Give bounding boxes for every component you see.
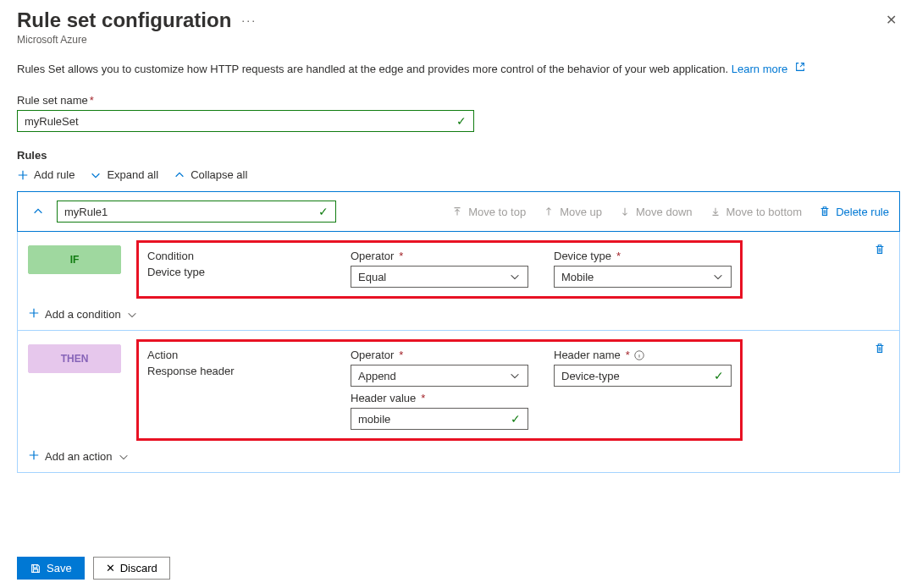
checkmark-icon: ✓ — [456, 114, 467, 128]
delete-rule-button[interactable]: Delete rule — [819, 206, 889, 218]
collapse-rule-icon[interactable] — [28, 206, 48, 217]
description: Rules Set allows you to customize how HT… — [17, 61, 900, 75]
add-condition-button[interactable]: Add a condition — [28, 307, 889, 321]
expand-all-button[interactable]: Expand all — [90, 168, 158, 181]
then-block: THEN Action Response header Operator* Ap… — [17, 331, 900, 473]
condition-label: Condition — [147, 250, 325, 262]
then-operator-dropdown[interactable]: Append — [351, 365, 528, 387]
page-header: Rule set configuration ··· Microsoft Azu… — [17, 8, 900, 46]
device-type-label: Device type* — [554, 250, 732, 262]
add-action-button[interactable]: Add an action — [28, 449, 889, 464]
rules-toolbar: Add rule Expand all Collapse all — [17, 168, 900, 181]
operator-dropdown[interactable]: Equal — [351, 266, 528, 288]
rule-card: myRule1 ✓ Move to top Move up Move down … — [17, 191, 900, 232]
if-block: IF Condition Device type Operator* Equal… — [17, 232, 900, 331]
then-badge: THEN — [28, 344, 121, 373]
move-to-bottom-button[interactable]: Move to bottom — [710, 206, 803, 218]
checkmark-icon: ✓ — [714, 369, 724, 382]
if-badge: IF — [28, 245, 121, 274]
rule-set-name-input[interactable]: myRuleSet ✓ — [17, 110, 474, 132]
header-name-input[interactable]: Device-type ✓ — [554, 365, 732, 387]
move-to-top-button[interactable]: Move to top — [451, 206, 526, 218]
more-options-icon[interactable]: ··· — [241, 14, 257, 27]
condition-value: Device type — [147, 266, 325, 278]
rule-set-name-label: Rule set name* — [17, 94, 900, 107]
collapse-all-button[interactable]: Collapse all — [174, 168, 247, 181]
action-highlight: Action Response header Operator* Append … — [136, 339, 743, 441]
chevron-down-icon — [90, 169, 102, 181]
operator-label: Operator* — [351, 250, 528, 262]
external-link-icon — [794, 61, 806, 75]
chevron-up-icon — [174, 169, 185, 181]
plus-icon — [17, 169, 29, 181]
action-label: Action — [147, 349, 325, 361]
device-type-dropdown[interactable]: Mobile — [554, 266, 732, 288]
rule-name-input[interactable]: myRule1 ✓ — [57, 201, 336, 223]
plus-icon — [28, 449, 40, 464]
header-name-label: Header name* — [554, 349, 732, 361]
info-icon[interactable] — [633, 349, 645, 361]
action-value: Response header — [147, 365, 325, 377]
page-subtitle: Microsoft Azure — [17, 34, 257, 46]
condition-highlight: Condition Device type Operator* Equal De… — [136, 240, 743, 299]
close-icon[interactable]: ✕ — [882, 8, 900, 31]
page-title: Rule set configuration — [17, 8, 231, 32]
move-down-button[interactable]: Move down — [619, 206, 692, 218]
then-operator-label: Operator* — [351, 349, 528, 361]
learn-more-link[interactable]: Learn more — [732, 63, 806, 75]
delete-condition-icon[interactable] — [870, 240, 889, 259]
plus-icon — [28, 307, 40, 321]
header-value-input[interactable]: mobile ✓ — [351, 408, 528, 430]
checkmark-icon: ✓ — [511, 412, 521, 426]
header-value-label: Header value* — [351, 392, 528, 404]
move-up-button[interactable]: Move up — [543, 206, 602, 218]
checkmark-icon: ✓ — [318, 205, 329, 218]
rules-heading: Rules — [17, 149, 900, 162]
add-rule-button[interactable]: Add rule — [17, 168, 75, 181]
delete-action-icon[interactable] — [870, 339, 889, 358]
